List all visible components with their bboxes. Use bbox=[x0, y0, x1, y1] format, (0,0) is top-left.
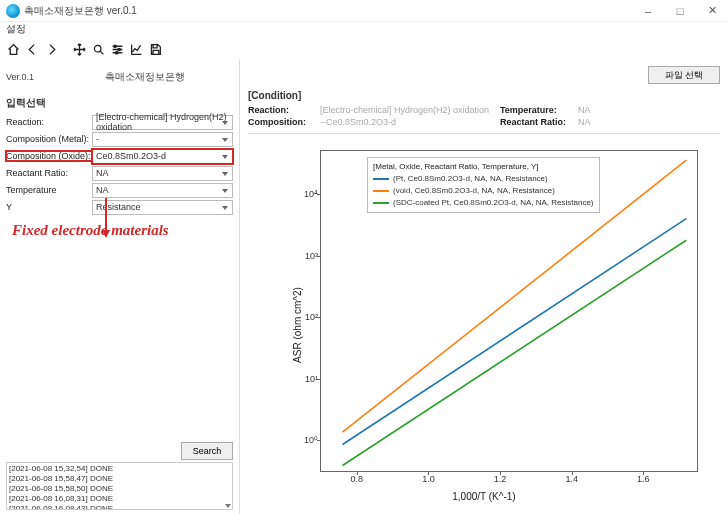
menu-bar[interactable]: 설정 bbox=[0, 22, 728, 38]
chart-xtick: 1.0 bbox=[422, 471, 435, 484]
row-comp-oxide: Composition (Oxide): Ce0.8Sm0.2O3-d bbox=[6, 148, 233, 164]
svg-point-0 bbox=[94, 45, 101, 52]
svg-point-3 bbox=[115, 51, 117, 53]
cond-temp-key: Temperature: bbox=[500, 105, 578, 115]
left-panel: Ver.0.1 촉매소재정보은행 입력선택 Reaction: [Electro… bbox=[0, 60, 240, 514]
chart-xlabel: 1,000/T (K^-1) bbox=[452, 491, 515, 502]
label-reactant-ratio: Reactant Ratio: bbox=[6, 168, 92, 178]
select-temperature[interactable]: NA bbox=[92, 183, 233, 198]
row-reaction: Reaction: [Electro-chemical] Hydrogen(H2… bbox=[6, 114, 233, 130]
svg-point-1 bbox=[113, 45, 115, 47]
select-comp-oxide[interactable]: Ce0.8Sm0.2O3-d bbox=[92, 149, 233, 164]
legend-label: (SDC-coated Pt, Ce0.8Sm0.2O3-d, NA, NA, … bbox=[393, 197, 594, 209]
chart-ytick: 10² bbox=[305, 312, 321, 322]
window-title: 촉매소재정보은행 ver.0.1 bbox=[24, 4, 632, 18]
select-reactant-ratio[interactable]: NA bbox=[92, 166, 233, 181]
input-section-label: 입력선택 bbox=[6, 96, 233, 110]
row-y: Y Resistance bbox=[6, 199, 233, 215]
legend-swatch bbox=[373, 178, 389, 180]
log-line: [2021-06-08 15,58,50] DONE bbox=[9, 484, 230, 494]
condition-block: [Condition] Reaction: [Electro-chemical]… bbox=[248, 90, 720, 134]
select-comp-metal[interactable]: - bbox=[92, 132, 233, 147]
toolbar bbox=[0, 38, 728, 60]
condition-title: [Condition] bbox=[248, 90, 720, 101]
select-y[interactable]: Resistance bbox=[92, 200, 233, 215]
chart: ASR (ohm cm^2) 1,000/T (K^-1) [Metal, Ox… bbox=[248, 140, 720, 510]
legend-label: (Pt, Ce0.8Sm0.2O3-d, NA, NA, Resistance) bbox=[393, 173, 548, 185]
titlebar: 촉매소재정보은행 ver.0.1 – □ ✕ bbox=[0, 0, 728, 22]
close-button[interactable]: ✕ bbox=[696, 0, 728, 22]
label-y: Y bbox=[6, 202, 92, 212]
chart-xtick: 1.4 bbox=[565, 471, 578, 484]
chart-xtick: 1.2 bbox=[494, 471, 507, 484]
save-icon[interactable] bbox=[146, 40, 164, 58]
cond-reaction-val: [Electro-chemical] Hydrogen(H2) oxidatio… bbox=[320, 105, 500, 115]
forward-icon[interactable] bbox=[42, 40, 60, 58]
zoom-icon[interactable] bbox=[89, 40, 107, 58]
label-comp-metal: Composition (Metal): bbox=[6, 134, 92, 144]
app-icon bbox=[6, 4, 20, 18]
move-icon[interactable] bbox=[70, 40, 88, 58]
row-comp-metal: Composition (Metal): - bbox=[6, 131, 233, 147]
log-line: [2021-06-08 16,08,43] DONE bbox=[9, 504, 230, 510]
svg-point-2 bbox=[117, 48, 119, 50]
legend-swatch bbox=[373, 202, 389, 204]
cond-reaction-key: Reaction: bbox=[248, 105, 320, 115]
cond-comp-key: Composition: bbox=[248, 117, 320, 127]
version-label: Ver.0.1 bbox=[6, 72, 56, 82]
file-select-button[interactable]: 파일 선택 bbox=[648, 66, 720, 84]
settings-icon[interactable] bbox=[108, 40, 126, 58]
chart-xtick: 0.8 bbox=[351, 471, 364, 484]
home-icon[interactable] bbox=[4, 40, 22, 58]
chart-plotarea: [Metal, Oxide, Reactant Ratio, Temperatu… bbox=[320, 150, 698, 472]
back-icon[interactable] bbox=[23, 40, 41, 58]
row-temperature: Temperature NA bbox=[6, 182, 233, 198]
app-title: 촉매소재정보은행 bbox=[56, 70, 233, 84]
right-panel: 파일 선택 [Condition] Reaction: [Electro-che… bbox=[240, 60, 728, 514]
chart-ylabel: ASR (ohm cm^2) bbox=[292, 287, 303, 363]
chart-ytick: 10⁴ bbox=[304, 189, 321, 199]
log-line: [2021-06-08 15,32,54] DONE bbox=[9, 464, 230, 474]
chart-ytick: 10¹ bbox=[305, 374, 321, 384]
row-reactant-ratio: Reactant Ratio: NA bbox=[6, 165, 233, 181]
cond-ratio-val: NA bbox=[578, 117, 618, 127]
label-comp-oxide: Composition (Oxide): bbox=[6, 151, 92, 161]
select-reaction[interactable]: [Electro-chemical] Hydrogen(H2) oxidatio… bbox=[92, 115, 233, 130]
minimize-button[interactable]: – bbox=[632, 0, 664, 22]
chart-xtick: 1.6 bbox=[637, 471, 650, 484]
legend-label: (void, Ce0.8Sm0.2O3-d, NA, NA, Resistanc… bbox=[393, 185, 555, 197]
legend-swatch bbox=[373, 190, 389, 192]
chart-ytick: 10⁰ bbox=[304, 435, 321, 445]
label-temperature: Temperature bbox=[6, 185, 92, 195]
search-button[interactable]: Search bbox=[181, 442, 233, 460]
cond-comp-val: --Ce0.8Sm0.2O3-d bbox=[320, 117, 500, 127]
cond-temp-val: NA bbox=[578, 105, 618, 115]
annotation-text: Fixed electrode materials bbox=[6, 222, 233, 239]
cond-ratio-key: Reactant Ratio: bbox=[500, 117, 578, 127]
chart-ytick: 10³ bbox=[305, 251, 321, 261]
label-reaction: Reaction: bbox=[6, 117, 92, 127]
maximize-button[interactable]: □ bbox=[664, 0, 696, 22]
log-line: [2021-06-08 16,08,31] DONE bbox=[9, 494, 230, 504]
log-line: [2021-06-08 15,58,47] DONE bbox=[9, 474, 230, 484]
chart-legend: [Metal, Oxide, Reactant Ratio, Temperatu… bbox=[367, 157, 600, 213]
legend-title: [Metal, Oxide, Reactant Ratio, Temperatu… bbox=[373, 161, 594, 173]
chart-icon[interactable] bbox=[127, 40, 145, 58]
log-textarea[interactable]: [2021-06-08 15,32,54] DONE [2021-06-08 1… bbox=[6, 462, 233, 510]
